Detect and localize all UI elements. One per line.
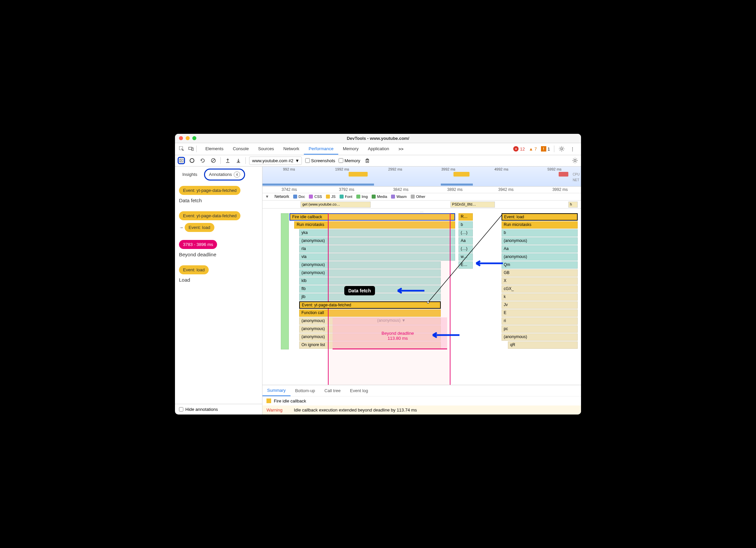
issue-count-badge[interactable]: ! 1	[541, 146, 550, 152]
flame-bar[interactable]: Fire idle callback	[290, 213, 455, 221]
clear-button[interactable]	[210, 157, 217, 164]
flame-bar[interactable]: (anonymous)	[299, 269, 441, 277]
reload-button[interactable]	[199, 157, 206, 164]
flame-bar[interactable]: Run microtasks	[502, 221, 578, 229]
flame-bar[interactable]: Event: load	[502, 213, 578, 221]
network-request-bar[interactable]: PSDnSI_8fd…	[450, 202, 495, 208]
details-tab-summary[interactable]: Summary	[262, 385, 291, 396]
traffic-lights	[179, 136, 196, 140]
flame-bar[interactable]: rla	[299, 245, 455, 253]
flame-bar[interactable]: (anonymous)	[299, 237, 455, 245]
overview-timeline[interactable]: 992 ms1992 ms2992 ms3992 ms4992 ms5992 m…	[262, 167, 581, 187]
annotation-arrow-target: → Event: load	[179, 223, 258, 232]
network-track[interactable]: get (www.youtube.co…PSDnSI_8fd…h	[262, 201, 581, 209]
flame-bar[interactable]: E	[502, 309, 578, 317]
flame-bar[interactable]: GB	[502, 269, 578, 277]
details-tab-event-log[interactable]: Event log	[345, 385, 373, 396]
screenshots-checkbox[interactable]: Screenshots	[305, 158, 335, 163]
inspect-element-icon[interactable]	[178, 145, 186, 153]
legend-item: JS	[326, 195, 336, 199]
more-menu-icon[interactable]: ⋮	[569, 146, 576, 152]
flame-bar[interactable]: (…)	[458, 245, 473, 253]
record-button[interactable]	[188, 157, 196, 164]
devtools-window: DevTools - www.youtube.com/ ElementsCons…	[175, 134, 581, 415]
flame-bar[interactable]: Function call	[299, 309, 441, 317]
flame-bar[interactable]: Event: yt-page-data-fetched	[299, 301, 441, 309]
flame-bar[interactable]: Aa	[458, 237, 473, 245]
tab-console[interactable]: Console	[228, 144, 253, 155]
tab-network[interactable]: Network	[279, 144, 304, 155]
expand-icon[interactable]: ▼	[265, 194, 269, 199]
flame-bar[interactable]: Run microtasks	[294, 221, 455, 229]
annotation-item[interactable]: Event: yt-page-data-fetched→ Event: load	[179, 211, 258, 232]
annotation-item[interactable]: Event: yt-page-data-fetchedData fetch	[179, 186, 258, 203]
close-window-button[interactable]	[179, 136, 183, 140]
window-title: DevTools - www.youtube.com/	[347, 136, 409, 141]
flame-bar[interactable]: Jv	[502, 301, 578, 309]
annotation-chip: Event: load	[179, 265, 209, 274]
tab-application[interactable]: Application	[363, 144, 394, 155]
flame-bar[interactable]: k	[502, 293, 578, 301]
panel-settings-icon[interactable]	[572, 157, 578, 164]
data-fetch-label: Data fetch	[344, 286, 375, 295]
annotation-item[interactable]: 3783 - 3896 msBeyond deadline	[179, 240, 258, 257]
flame-bar[interactable]: qR	[508, 341, 578, 349]
flame-bar[interactable]: pc	[502, 325, 578, 333]
annotation-item[interactable]: Event: loadLoad	[179, 265, 258, 283]
gc-button[interactable]	[364, 157, 371, 164]
overview-tick: 3992 ms	[422, 167, 475, 171]
ruler-tick: 3992 ms	[552, 187, 568, 192]
flame-bar[interactable]: (anonymous)	[502, 237, 578, 245]
annotations-tab[interactable]: Annotations 4	[204, 169, 245, 181]
network-track-header[interactable]: ▼ Network DocCSSJSFontImgMediaWasmOther	[262, 193, 581, 201]
memory-checkbox[interactable]: Memory	[339, 158, 360, 163]
tab-performance[interactable]: Performance	[304, 144, 338, 155]
insights-tab[interactable]: Insights	[178, 170, 201, 179]
flame-bar[interactable]: b	[458, 221, 473, 229]
flame-bar[interactable]: yka	[299, 229, 455, 237]
download-trace-button[interactable]	[235, 157, 242, 164]
flame-bar[interactable]: (anonymous)	[502, 253, 578, 261]
flame-bar[interactable]: (anonymous)	[299, 261, 441, 269]
flame-bar[interactable]: (…)	[458, 229, 473, 237]
hide-annotations-checkbox[interactable]	[179, 407, 183, 412]
warning-count-badge[interactable]: ▲ 7	[529, 147, 537, 152]
upload-trace-button[interactable]	[224, 157, 231, 164]
settings-icon[interactable]	[558, 146, 565, 152]
toggle-sidebar-button[interactable]	[178, 157, 185, 164]
divider	[245, 157, 246, 164]
zoom-window-button[interactable]	[192, 136, 196, 140]
error-count-badge[interactable]: ✕ 12	[513, 146, 525, 152]
flame-bar[interactable]: klb	[299, 277, 441, 285]
divider	[220, 157, 221, 164]
tab-sources[interactable]: Sources	[253, 144, 279, 155]
flame-bar[interactable]: X	[502, 277, 578, 285]
network-request-bar[interactable]: h	[568, 202, 578, 208]
details-tab-call-tree[interactable]: Call tree	[320, 385, 345, 396]
flame-bar[interactable]: E…	[458, 261, 473, 269]
recording-select[interactable]: www.youtube.com #2 ▼	[249, 157, 302, 165]
device-toolbar-icon[interactable]	[187, 145, 195, 153]
time-ruler[interactable]: 3742 ms3792 ms3842 ms3892 ms3942 ms3992 …	[262, 187, 581, 193]
flame-chart[interactable]: Data fetch Load Beyond de	[262, 213, 581, 385]
flame-bar[interactable]: Qm	[502, 261, 578, 269]
issue-icon: !	[541, 146, 546, 152]
flame-bar[interactable]: ri	[502, 317, 578, 325]
flame-bar[interactable]	[281, 213, 289, 349]
flame-bar[interactable]: R…	[458, 213, 473, 221]
flame-bar[interactable]: b	[502, 229, 578, 237]
flame-bar[interactable]: w…	[458, 253, 473, 261]
flame-bar[interactable]: vla	[299, 253, 455, 261]
svg-point-3	[561, 148, 563, 150]
tab-memory[interactable]: Memory	[338, 144, 363, 155]
svg-point-9	[574, 160, 576, 162]
flame-bar[interactable]: (anonymous)	[502, 333, 578, 341]
more-tabs-button[interactable]: >>	[395, 144, 407, 154]
network-request-bar[interactable]: get (www.youtube.co…	[301, 202, 371, 208]
flame-bar[interactable]: Aa	[502, 245, 578, 253]
details-tabs: SummaryBottom-upCall treeEvent log	[262, 385, 581, 396]
minimize-window-button[interactable]	[186, 136, 190, 140]
details-tab-bottom-up[interactable]: Bottom-up	[291, 385, 320, 396]
flame-bar[interactable]: cGX_	[502, 285, 578, 293]
tab-elements[interactable]: Elements	[201, 144, 228, 155]
